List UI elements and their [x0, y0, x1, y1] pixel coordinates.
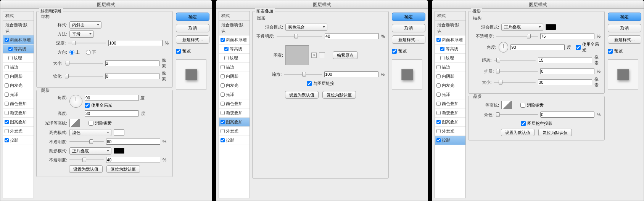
sidebar-item-texture[interactable]: 纹理 — [219, 54, 250, 63]
ds-blend-select[interactable]: 正片叠底 — [501, 24, 543, 31]
anti-alias-checkbox[interactable]: 消除锯齿 — [89, 120, 112, 126]
ds-anti-alias-checkbox[interactable]: 消除锯齿 — [520, 102, 544, 108]
preview-checkbox[interactable]: 预览 — [608, 48, 641, 54]
satin-checkbox[interactable] — [436, 93, 441, 97]
inner-glow-checkbox[interactable] — [436, 83, 441, 88]
direction-up-radio[interactable]: 上 — [69, 49, 80, 55]
sh-opacity-slider[interactable] — [69, 157, 104, 163]
outer-glow-checkbox[interactable] — [436, 129, 441, 133]
sidebar-item-outer-glow[interactable]: 外发光 — [435, 127, 465, 136]
pattern-overlay-checkbox[interactable] — [5, 120, 9, 124]
drop-shadow-checkbox[interactable] — [5, 138, 9, 142]
sidebar-item-satin[interactable]: 光泽 — [219, 90, 250, 99]
soften-slider[interactable] — [65, 73, 103, 79]
use-global-light-checkbox[interactable]: 使用全局光 — [85, 102, 145, 108]
pattern-opacity-input[interactable] — [325, 33, 379, 39]
sidebar-item-gradient-overlay[interactable]: 渐变叠加 — [435, 108, 465, 118]
ds-angle-dial[interactable] — [499, 42, 508, 53]
sh-opacity-input[interactable] — [106, 157, 160, 163]
sidebar-blend-options[interactable]: 混合选项:默认 — [435, 21, 465, 35]
sidebar-item-pattern-overlay[interactable]: 图案叠加 — [3, 118, 34, 127]
sidebar-item-outer-glow[interactable]: 外发光 — [219, 127, 250, 136]
reset-default-button[interactable]: 复位为默认值 — [106, 165, 140, 173]
ds-size-input[interactable] — [538, 79, 592, 85]
inner-glow-checkbox[interactable] — [221, 83, 225, 88]
preview-checkbox[interactable]: 预览 — [392, 48, 425, 54]
drop-shadow-checkbox[interactable] — [221, 138, 225, 142]
sidebar-item-pattern-overlay[interactable]: 图案叠加 — [219, 118, 250, 127]
ds-angle-input[interactable] — [510, 44, 565, 50]
sidebar-item-color-overlay[interactable]: 颜色叠加 — [3, 99, 34, 108]
ds-distance-slider[interactable] — [494, 57, 536, 63]
stroke-checkbox[interactable] — [5, 65, 9, 69]
ds-color-swatch[interactable] — [546, 24, 556, 30]
texture-checkbox[interactable] — [8, 56, 13, 60]
sidebar-item-contour[interactable]: 等高线 — [435, 45, 465, 54]
ds-spread-input[interactable] — [540, 68, 594, 74]
pattern-scale-input[interactable] — [324, 71, 378, 77]
texture-checkbox[interactable] — [440, 56, 444, 60]
depth-slider[interactable] — [68, 40, 106, 46]
angle-dial[interactable] — [69, 95, 82, 108]
ok-button[interactable]: 确定 — [392, 13, 425, 21]
link-with-layer-checkbox[interactable]: 与图层链接 — [307, 81, 334, 86]
ds-noise-input[interactable] — [540, 112, 594, 118]
contour-checkbox[interactable] — [224, 47, 229, 51]
preview-checkbox[interactable]: 预览 — [176, 48, 209, 54]
new-style-button[interactable]: 新建样式... — [392, 35, 425, 44]
outer-glow-checkbox[interactable] — [5, 129, 9, 133]
pattern-opacity-slider[interactable] — [277, 33, 322, 39]
hl-opacity-slider[interactable] — [69, 139, 104, 145]
highlight-color-swatch[interactable] — [114, 129, 124, 136]
cancel-button[interactable]: 取消 — [608, 24, 641, 32]
size-input[interactable] — [105, 60, 159, 66]
texture-checkbox[interactable] — [224, 56, 229, 60]
angle-input[interactable] — [85, 95, 139, 101]
color-overlay-checkbox[interactable] — [5, 102, 9, 106]
direction-down-radio[interactable]: 下 — [86, 49, 96, 55]
stroke-checkbox[interactable] — [221, 65, 225, 69]
snap-origin-button[interactable]: 贴紧原点 — [333, 51, 358, 59]
sidebar-item-drop-shadow[interactable]: 投影 — [219, 136, 250, 145]
shadow-mode-select[interactable]: 正片叠底 — [69, 147, 111, 155]
inner-shadow-checkbox[interactable] — [5, 74, 9, 78]
ok-button[interactable]: 确定 — [608, 13, 641, 21]
ds-distance-input[interactable] — [538, 57, 592, 63]
pattern-overlay-checkbox[interactable] — [221, 120, 225, 124]
sidebar-item-texture[interactable]: 纹理 — [3, 54, 34, 63]
sidebar-blend-options[interactable]: 混合选项:默认 — [3, 21, 34, 35]
altitude-input[interactable] — [85, 110, 139, 116]
new-style-button[interactable]: 新建样式... — [608, 35, 641, 44]
ds-opacity-input[interactable] — [540, 33, 594, 39]
sidebar-item-inner-shadow[interactable]: 内阴影 — [3, 72, 34, 81]
reset-default-button[interactable]: 复位为默认值 — [538, 129, 572, 136]
cancel-button[interactable]: 取消 — [392, 24, 425, 32]
stroke-checkbox[interactable] — [436, 65, 441, 69]
sidebar-item-contour[interactable]: 等高线 — [3, 45, 34, 54]
color-overlay-checkbox[interactable] — [436, 102, 441, 106]
sidebar-item-bevel[interactable]: 斜面和浮雕 — [3, 35, 34, 45]
sidebar-item-inner-glow[interactable]: 内发光 — [3, 81, 34, 90]
gradient-overlay-checkbox[interactable] — [221, 111, 225, 115]
inner-shadow-checkbox[interactable] — [436, 74, 441, 78]
ds-contour-swatch[interactable] — [501, 101, 512, 109]
sidebar-item-gradient-overlay[interactable]: 渐变叠加 — [219, 108, 250, 118]
gloss-contour-swatch[interactable] — [69, 119, 80, 127]
gradient-overlay-checkbox[interactable] — [436, 111, 441, 115]
pattern-overlay-checkbox[interactable] — [436, 120, 441, 124]
ds-use-global-checkbox[interactable]: 使用全局光 — [576, 41, 601, 53]
color-overlay-checkbox[interactable] — [221, 102, 225, 106]
soften-input[interactable] — [105, 73, 159, 79]
depth-input[interactable] — [108, 40, 163, 46]
bevel-checkbox[interactable] — [436, 38, 441, 42]
ok-button[interactable]: 确定 — [176, 13, 209, 21]
contour-checkbox[interactable] — [440, 47, 444, 51]
sidebar-item-stroke[interactable]: 描边 — [435, 63, 465, 72]
sidebar-item-satin[interactable]: 光泽 — [3, 90, 34, 99]
reset-default-button[interactable]: 复位为默认值 — [322, 91, 356, 99]
sidebar-item-inner-shadow[interactable]: 内阴影 — [435, 72, 465, 81]
cancel-button[interactable]: 取消 — [176, 24, 209, 32]
sidebar-item-inner-glow[interactable]: 内发光 — [435, 81, 465, 90]
pattern-picker-arrow[interactable]: ▾ — [311, 53, 317, 58]
bevel-technique-select[interactable]: 平滑 — [69, 30, 94, 38]
